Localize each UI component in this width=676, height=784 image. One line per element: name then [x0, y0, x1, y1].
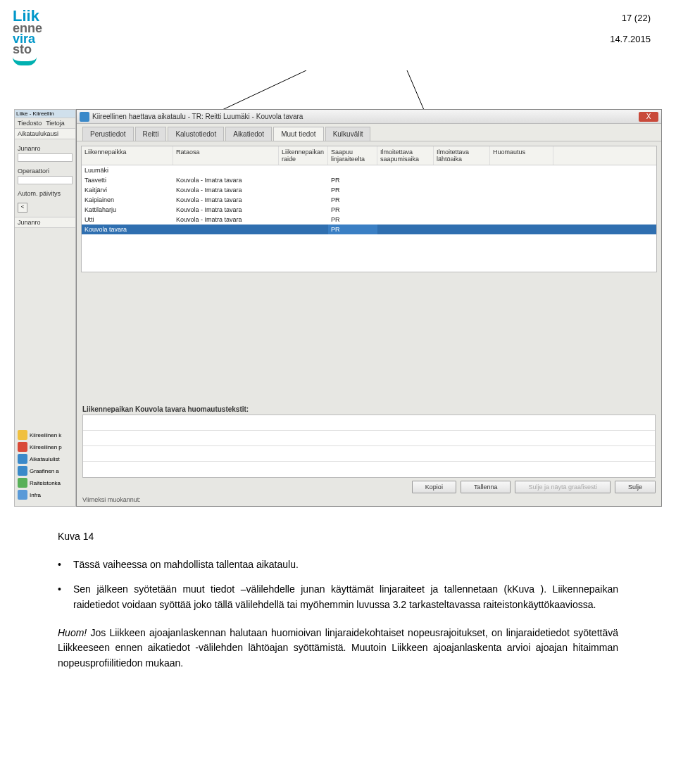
tab-muut-tiedot[interactable]: Muut tiedot	[273, 127, 323, 141]
chart-icon	[18, 466, 27, 476]
bullet-1: Tässä vaiheessa on mahdollista tallentaa…	[73, 557, 618, 573]
table-row[interactable]: Luumäki	[82, 165, 656, 175]
track-icon	[18, 478, 27, 488]
label-junanro2: Junanro	[18, 219, 41, 226]
tab-aikatiedot[interactable]: Aikatiedot	[225, 127, 272, 141]
icon-label-3[interactable]: Aikataululist	[30, 456, 60, 462]
tab-kalustotiedot[interactable]: Kalustotiedot	[168, 127, 224, 141]
th-rataosa[interactable]: Rataosa	[173, 146, 279, 165]
label-junanro: Junanro	[15, 144, 75, 153]
table-row[interactable]: Kouvola tavaraPR	[82, 225, 656, 234]
icon-label-5[interactable]: Raiteistonka	[30, 480, 61, 486]
close-graph-button[interactable]: Sulje ja näytä graafisesti	[515, 481, 611, 493]
svg-line-0	[213, 70, 306, 114]
note-label: Huom!	[58, 627, 87, 638]
dialog-app-icon	[80, 112, 89, 122]
app-titlebar: Liike - Kiireellin	[15, 110, 75, 118]
app-background-panel: Liike - Kiireellin Tiedosto Tietoja Aika…	[14, 109, 76, 507]
icon-label-2[interactable]: Kiireellinen p	[30, 444, 62, 450]
note-text: Jos Liikkeen ajoajanlaskennan halutaan h…	[58, 627, 618, 669]
copy-button[interactable]: Kopioi	[412, 481, 456, 493]
document-body: Kuva 14 Tässä vaiheessa on mahdollista t…	[58, 529, 618, 671]
menu-file[interactable]: Tiedosto	[18, 120, 42, 127]
close-button[interactable]: Sulje	[615, 481, 656, 493]
input-operaattori[interactable]	[18, 176, 73, 184]
stop-icon	[18, 442, 27, 452]
bullet-2: Sen jälkeen syötetään muut tiedot –välil…	[73, 582, 618, 612]
page-number: 17 (22)	[622, 13, 651, 23]
label-operaattori: Operaattori	[15, 166, 75, 176]
logo: Liik enne vira sto	[13, 10, 61, 65]
last-modified-label: Viimeksi muokannut:	[82, 496, 141, 503]
collapse-button[interactable]: <	[18, 203, 27, 213]
tab-reitti[interactable]: Reitti	[135, 127, 167, 141]
dialog-window: Kiireellinen haettava aikataulu - TR: Re…	[76, 109, 662, 507]
save-button[interactable]: Tallenna	[461, 481, 511, 493]
icon-label-4[interactable]: Graafinen a	[30, 468, 59, 474]
table-row[interactable]: KaitjärviKouvola - Imatra tavaraPR	[82, 185, 656, 195]
tab-kulkuvalit[interactable]: Kulkuvälit	[325, 127, 371, 141]
label-aikataulukausi: Aikataulukausi	[18, 130, 58, 137]
notes-label: Liikennepaikan Kouvola tavara huomautust…	[82, 405, 656, 413]
logo-arc-icon	[13, 57, 37, 65]
stops-table[interactable]: Liikennepaikka Rataosa Liikennepaikan ra…	[81, 146, 657, 272]
list-icon	[18, 454, 27, 464]
page-date: 14.7.2015	[610, 34, 651, 44]
table-row[interactable]: KattilaharjuKouvola - Imatra tavaraPR	[82, 205, 656, 215]
input-junanro[interactable]	[18, 153, 73, 162]
warn-icon	[18, 430, 27, 440]
icon-label-6[interactable]: Infra	[30, 492, 41, 498]
dialog-tabs: Perustiedot Reitti Kalustotiedot Aikatie…	[77, 124, 661, 141]
dialog-titlebar: Kiireellinen haettava aikataulu - TR: Re…	[77, 110, 661, 124]
notes-textarea[interactable]	[82, 415, 656, 478]
infra-icon	[18, 490, 27, 500]
th-ilm-saap[interactable]: Ilmoitettava saapumisaika	[377, 146, 434, 165]
table-row[interactable]: UttiKouvola - Imatra tavaraPR	[82, 215, 656, 225]
th-ilm-lahto[interactable]: Ilmoitettava lähtöaika	[434, 146, 490, 165]
tab-perustiedot[interactable]: Perustiedot	[82, 127, 134, 141]
th-raide[interactable]: Liikennepaikan raide	[279, 146, 328, 165]
note-paragraph: Huom! Jos Liikkeen ajoajanlaskennan halu…	[58, 626, 618, 671]
figure-caption: Kuva 14	[58, 529, 618, 545]
table-row[interactable]: KaipiainenKouvola - Imatra tavaraPR	[82, 195, 656, 205]
close-icon[interactable]: X	[639, 112, 658, 122]
th-saapuu[interactable]: Saapuu linjaraiteelta	[328, 146, 377, 165]
dialog-title-text: Kiireellinen haettava aikataulu - TR: Re…	[92, 113, 303, 120]
logo-line4: sto	[13, 44, 61, 55]
icon-label-1[interactable]: Kiireellinen k	[30, 432, 61, 438]
label-autom-paivitys: Autom. päivitys	[15, 189, 75, 198]
th-liikennepaikka[interactable]: Liikennepaikka	[82, 146, 173, 165]
th-huom[interactable]: Huomautus	[490, 146, 553, 165]
menu-info[interactable]: Tietoja	[46, 120, 65, 127]
table-row[interactable]: TaavettiKouvola - Imatra tavaraPR	[82, 175, 656, 185]
screenshot-figure: Liike - Kiireellin Tiedosto Tietoja Aika…	[14, 109, 662, 507]
